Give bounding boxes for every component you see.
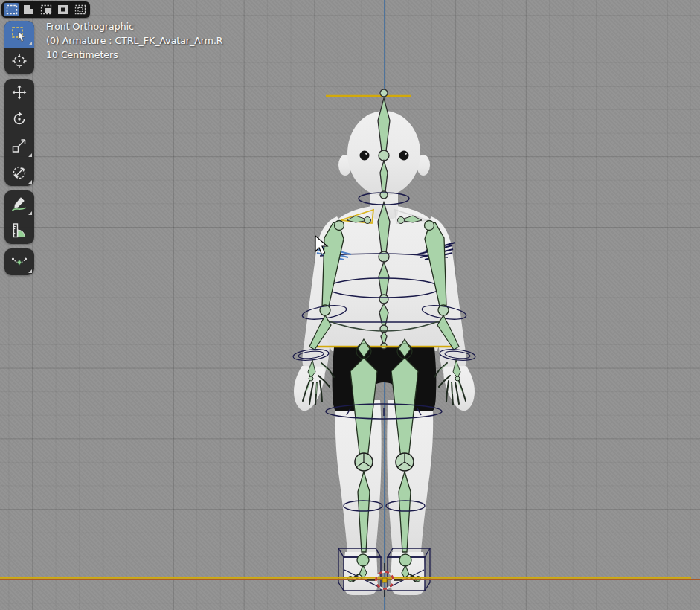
active-object-label: (0) Armature : CTRL_FK_Avatar_Arm.R xyxy=(46,33,223,48)
grid-scale-label: 10 Centimeters xyxy=(46,48,223,62)
annotate-icon xyxy=(10,195,28,213)
select-mode-bar xyxy=(1,1,90,18)
tool-move[interactable] xyxy=(4,79,34,106)
rotate-icon xyxy=(10,110,28,128)
tool-group-annotate xyxy=(4,190,34,244)
select-mode-subtract[interactable] xyxy=(38,3,54,16)
viewport-3d[interactable]: Front Orthographic (0) Armature : CTRL_F… xyxy=(0,0,700,610)
tool-group-transform xyxy=(4,79,34,186)
move-icon xyxy=(10,83,28,101)
pose-breakdowner-icon xyxy=(10,253,28,271)
tool-scale[interactable] xyxy=(4,132,34,159)
select-subtract-icon xyxy=(40,4,52,15)
viewport-header-text: Front Orthographic (0) Armature : CTRL_F… xyxy=(46,19,223,62)
select-extend-icon xyxy=(23,4,35,15)
measure-icon xyxy=(10,222,28,240)
bone-spine-chain[interactable] xyxy=(378,98,390,349)
tool-measure[interactable] xyxy=(4,217,34,244)
scale-icon xyxy=(10,137,28,155)
select-mode-invert[interactable] xyxy=(55,3,71,16)
tool-annotate[interactable] xyxy=(4,190,34,217)
tool-transform[interactable] xyxy=(4,159,34,186)
select-intersect-icon xyxy=(74,4,86,15)
tool-group-select xyxy=(4,21,34,74)
select-mode-extend[interactable] xyxy=(21,3,36,16)
tool-tweak-select-box[interactable] xyxy=(4,21,34,48)
viewport-canvas[interactable] xyxy=(0,0,700,610)
tool-rotate[interactable] xyxy=(4,106,34,132)
transform-icon xyxy=(10,164,28,182)
tool-pose-breakdowner[interactable] xyxy=(4,248,34,275)
select-mode-set[interactable] xyxy=(4,3,19,16)
select-invert-icon xyxy=(57,4,69,15)
select-set-icon xyxy=(6,4,18,15)
tool-group-pose xyxy=(4,248,34,275)
tweak-select-box-icon xyxy=(10,25,28,43)
select-mode-intersect[interactable] xyxy=(72,3,88,16)
view-name-label: Front Orthographic xyxy=(46,19,223,33)
joint-head-top[interactable] xyxy=(380,89,388,97)
tool-shelf xyxy=(4,21,34,275)
cursor-3d-icon xyxy=(10,52,28,70)
tool-cursor[interactable] xyxy=(4,48,34,74)
